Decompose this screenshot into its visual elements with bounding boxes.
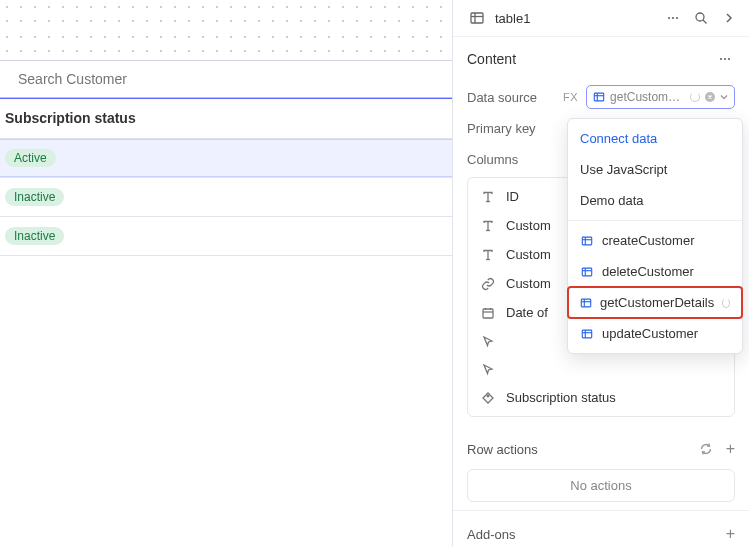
table-icon xyxy=(580,297,592,309)
cursor-icon xyxy=(480,334,496,348)
row-actions-empty: No actions xyxy=(467,469,735,502)
text-icon xyxy=(480,248,496,262)
dropdown-item-updateCustomer[interactable]: updateCustomer xyxy=(568,318,742,349)
row-actions-label: Row actions xyxy=(467,442,538,457)
search-input[interactable] xyxy=(18,71,434,87)
clear-icon[interactable] xyxy=(705,92,715,102)
svg-rect-26 xyxy=(582,237,591,245)
add-addon-button[interactable]: + xyxy=(726,525,735,543)
chevron-right-icon[interactable] xyxy=(719,8,739,28)
table-row[interactable]: Inactive xyxy=(0,217,452,256)
column-item-label: Date of xyxy=(506,305,548,320)
row-actions-header: Row actions + xyxy=(453,429,749,465)
dropdown-item-label: getCustomerDetails xyxy=(600,295,714,310)
content-section-header: Content xyxy=(453,37,749,79)
connect-data-label: Connect data xyxy=(580,131,657,146)
columns-label: Columns xyxy=(467,152,555,167)
text-icon xyxy=(480,190,496,204)
refresh-icon[interactable] xyxy=(696,439,716,459)
primary-key-label: Primary key xyxy=(467,121,555,136)
addons-header: Add-ons + xyxy=(453,510,749,543)
status-badge: Inactive xyxy=(5,227,64,245)
dropdown-item-label: updateCustomer xyxy=(602,326,698,341)
loading-spinner-icon xyxy=(690,92,700,102)
svg-point-9 xyxy=(724,58,726,60)
tag-icon xyxy=(480,391,496,405)
dropdown-item-getCustomerDetails[interactable]: getCustomerDetails xyxy=(568,287,742,318)
search-icon[interactable] xyxy=(691,8,711,28)
dropdown-item-deleteCustomer[interactable]: deleteCustomer xyxy=(568,256,742,287)
more-icon[interactable] xyxy=(715,49,735,69)
svg-rect-0 xyxy=(471,13,483,23)
column-item-label: Subscription status xyxy=(506,390,616,405)
text-icon xyxy=(480,219,496,233)
canvas-background xyxy=(0,0,452,30)
svg-point-8 xyxy=(720,58,722,60)
svg-point-5 xyxy=(676,17,678,19)
table-icon xyxy=(580,328,594,340)
svg-point-4 xyxy=(672,17,674,19)
panel-title[interactable]: table1 xyxy=(495,11,655,26)
svg-rect-11 xyxy=(594,93,603,101)
data-source-select[interactable]: getCustom… xyxy=(586,85,735,109)
column-item-label: Custom xyxy=(506,247,551,262)
column-item-label: Custom xyxy=(506,276,551,291)
dropdown-item-connect-data[interactable]: Connect data xyxy=(568,123,742,154)
table-icon xyxy=(593,91,605,103)
link-icon xyxy=(480,277,496,291)
dropdown-item-use-javascript[interactable]: Use JavaScript xyxy=(568,154,742,185)
search-bar xyxy=(0,60,452,98)
svg-rect-21 xyxy=(483,309,493,318)
dropdown-item-demo-data[interactable]: Demo data xyxy=(568,185,742,216)
svg-point-10 xyxy=(728,58,730,60)
data-source-row: Data source FX getCustom… xyxy=(453,79,749,115)
svg-point-3 xyxy=(668,17,670,19)
chevron-down-icon[interactable] xyxy=(720,93,728,101)
svg-point-25 xyxy=(487,395,489,397)
svg-point-6 xyxy=(696,13,704,21)
dropdown-separator xyxy=(568,220,742,221)
column-item-label: ID xyxy=(506,189,519,204)
addons-label: Add-ons xyxy=(467,527,515,542)
canvas-background xyxy=(0,30,452,60)
add-row-action-button[interactable]: + xyxy=(726,440,735,458)
column-item[interactable] xyxy=(468,355,734,383)
content-heading: Content xyxy=(467,51,516,67)
demo-data-label: Demo data xyxy=(580,193,644,208)
svg-rect-32 xyxy=(581,299,590,307)
table-row[interactable]: Inactive xyxy=(0,178,452,217)
table-icon xyxy=(467,8,487,28)
svg-rect-29 xyxy=(582,268,591,276)
column-item-label: Custom xyxy=(506,218,551,233)
main-table-area: Subscription status ActiveInactiveInacti… xyxy=(0,0,452,546)
panel-header: table1 xyxy=(453,0,749,37)
table-icon xyxy=(580,266,594,278)
table-row[interactable]: Active xyxy=(0,139,452,178)
svg-line-7 xyxy=(703,20,707,24)
data-source-label: Data source xyxy=(467,90,555,105)
table-icon xyxy=(580,235,594,247)
column-header-subscription-status[interactable]: Subscription status xyxy=(0,98,452,139)
fx-label[interactable]: FX xyxy=(563,91,578,103)
dropdown-item-createCustomer[interactable]: createCustomer xyxy=(568,225,742,256)
use-js-label: Use JavaScript xyxy=(580,162,667,177)
column-item[interactable]: Subscription status xyxy=(468,383,734,412)
loading-spinner-icon xyxy=(722,298,730,308)
dropdown-item-label: deleteCustomer xyxy=(602,264,694,279)
calendar-icon xyxy=(480,306,496,320)
status-badge: Active xyxy=(5,149,56,167)
data-source-value: getCustom… xyxy=(610,90,685,104)
data-source-dropdown: Connect data Use JavaScript Demo data cr… xyxy=(567,118,743,354)
more-icon[interactable] xyxy=(663,8,683,28)
status-badge: Inactive xyxy=(5,188,64,206)
svg-rect-35 xyxy=(582,330,591,338)
dropdown-item-label: createCustomer xyxy=(602,233,694,248)
cursor-icon xyxy=(480,362,496,376)
